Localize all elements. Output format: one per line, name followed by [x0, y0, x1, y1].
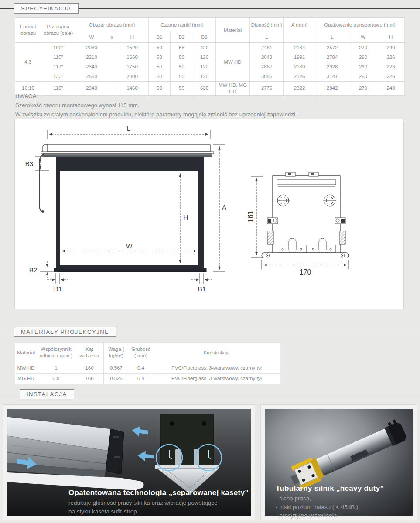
- dim-label-170: 170: [300, 268, 311, 276]
- cell-h: 2000: [116, 71, 149, 82]
- cell-material: MW HD: [216, 43, 250, 82]
- cell-pw: 260: [349, 62, 377, 71]
- cell-weight: 0.525: [104, 374, 129, 384]
- caption-title: Opatentowana technologia „separowanej ka…: [68, 489, 249, 497]
- materials-table-header: Materiał Współczynnik odbicia ( gain ) K…: [15, 343, 280, 363]
- cell-b3: 120: [193, 62, 216, 71]
- col-header-x: x: [108, 32, 116, 43]
- cell-weight: 0.567: [104, 363, 129, 374]
- col-header-h: H: [116, 32, 149, 43]
- cell-w: 2660: [75, 71, 108, 82]
- spec-row: 4:3 102" 2030 1520 50 55 420 MW HD 2461 …: [15, 43, 405, 53]
- cell-a: 2326: [284, 71, 315, 82]
- cell-material: MG HD: [15, 374, 37, 384]
- section-title-box: SPECYFIKACJA: [14, 3, 79, 14]
- caption-line: redukuje głośność pracy silnika oraz wib…: [68, 499, 249, 507]
- cell-b1: 50: [149, 71, 171, 82]
- cell-gain: 0.8: [37, 374, 75, 384]
- col-header-length-l: L: [250, 32, 284, 43]
- col-header-b2: B2: [171, 32, 193, 43]
- dimension-diagram-box: L B3 H: [14, 119, 404, 309]
- spec-row: 117" 2340 1750 50 50 120 2867 2160 2928 …: [15, 62, 405, 71]
- col-header-w: W: [75, 32, 108, 43]
- caption-line: - precyzyjne ustawienia.: [276, 511, 384, 520]
- dim-label-w: W: [126, 242, 133, 250]
- cell-b2: 50: [171, 52, 193, 62]
- cell-diag: 102": [41, 43, 75, 53]
- motor-caption: Tubularny silnik „heavy duty” - cicha pr…: [276, 484, 384, 520]
- cell-h: 1750: [116, 62, 149, 71]
- dim-label-b2: B2: [29, 266, 37, 274]
- cell-pl: 2572: [315, 43, 349, 53]
- cell-pw: 270: [349, 82, 377, 96]
- cell-b1: 50: [149, 43, 171, 53]
- material-row: MW HD 1 160 0.567 0.4 PVC/Fiberglass, 3-…: [15, 363, 280, 374]
- col-header-angle: Kąt widzenia: [75, 343, 104, 363]
- cell-b2: 50: [171, 62, 193, 71]
- cell-ph: 226: [377, 62, 405, 71]
- caption-title: Tubularny silnik „heavy duty”: [276, 484, 384, 493]
- cell-pw: 260: [349, 71, 377, 82]
- spec-table-header: Format obrazu Przekątna obrazu (cale) Ob…: [15, 18, 405, 43]
- section-title-spec: SPECYFIKACJA: [21, 5, 72, 12]
- material-row: MG HD 0.8 160 0.525 0.4 PVC/Fiberglass, …: [15, 374, 280, 384]
- cell-h: 1660: [116, 52, 149, 62]
- col-header-area: Obszar obrazu (mm): [75, 18, 149, 32]
- cell-diag: 117": [41, 62, 75, 71]
- cell-thickness: 0.4: [129, 363, 153, 374]
- dim-label-l: L: [127, 125, 130, 132]
- col-header-packaging: Opakowanie transportowe (mm): [315, 18, 405, 32]
- cell-b2: 50: [171, 71, 193, 82]
- note-line: Szerokość otworu montażowego wynosi 115 …: [15, 101, 297, 110]
- col-header-material: Materiał: [216, 18, 250, 43]
- col-header-b1: B1: [149, 32, 171, 43]
- cell-pw: 270: [349, 43, 377, 53]
- install-panel-cassette: Opatentowana technologia „separowanej ka…: [3, 404, 255, 520]
- cell-construction: PVC/Fiberglass, 3-warstwowy, czarny tył: [153, 374, 280, 384]
- cell-x: [108, 52, 116, 62]
- section-header-materialy: MATERIAŁY PROJEKCYJNE: [0, 327, 420, 338]
- col-header-weight: Waga ( kg/m²): [104, 343, 129, 363]
- cell-x: [108, 43, 116, 53]
- spec-header-row-1: Format obrazu Przekątna obrazu (cale) Ob…: [15, 18, 405, 32]
- cell-pl: 2928: [315, 62, 349, 71]
- dimension-diagram-svg: L B3 H: [15, 119, 403, 308]
- cell-pl: 2704: [315, 52, 349, 62]
- section-title-install: INSTALACJA: [27, 391, 67, 397]
- cell-a: 2160: [284, 62, 315, 71]
- screen-front-view: L B3 H: [25, 125, 226, 292]
- cell-ph: 226: [377, 71, 405, 82]
- screen-weight-bar: [54, 268, 206, 272]
- cell-ph: 240: [377, 82, 405, 96]
- cell-material: MW HD: [15, 363, 37, 374]
- col-header-gain: Współczynnik odbicia ( gain ): [37, 343, 75, 363]
- dim-label-b3: B3: [25, 160, 33, 167]
- col-header-pack-h: H: [377, 32, 405, 43]
- dim-label-161: 161: [247, 211, 254, 223]
- note-block: UWAGA: Szerokość otworu montażowego wyno…: [15, 92, 297, 119]
- cell-a: 1991: [284, 52, 315, 62]
- cell-len: 2643: [250, 52, 284, 62]
- cell-gain: 1: [37, 363, 75, 374]
- dim-label-b1-left: B1: [54, 285, 62, 292]
- cell-len: 2461: [250, 43, 284, 53]
- caption-line: - niski poziom hałasu ( < 45dB ),: [276, 503, 384, 512]
- spec-row: 110" 2210 1660 50 50 120 2643 1991 2704 …: [15, 52, 405, 62]
- cell-b1: 50: [149, 62, 171, 71]
- cell-pl: 2842: [315, 82, 349, 96]
- col-header-length: Długość (mm): [250, 18, 284, 32]
- note-line: W związku ze stałym doskonaleniem produk…: [15, 110, 297, 119]
- col-header-a: A (mm): [284, 18, 315, 32]
- cell-thickness: 0.4: [129, 374, 153, 384]
- materials-table: Materiał Współczynnik odbicia ( gain ) K…: [15, 342, 280, 384]
- section-header-instalacja: INSTALACJA: [0, 389, 420, 401]
- pull-cord: [39, 154, 44, 211]
- cassette-section-view: 161: [247, 172, 349, 276]
- col-header-a-sub: [284, 32, 315, 43]
- cell-h: 1520: [116, 43, 149, 53]
- dim-label-b1-right: B1: [198, 285, 206, 292]
- spec-sheet-page: SPECYFIKACJA Format obrazu Przekątna obr…: [0, 0, 420, 523]
- cell-b1: 50: [149, 52, 171, 62]
- cell-pl: 3147: [315, 71, 349, 82]
- section-title-materials: MATERIAŁY PROJEKCYJNE: [21, 329, 109, 335]
